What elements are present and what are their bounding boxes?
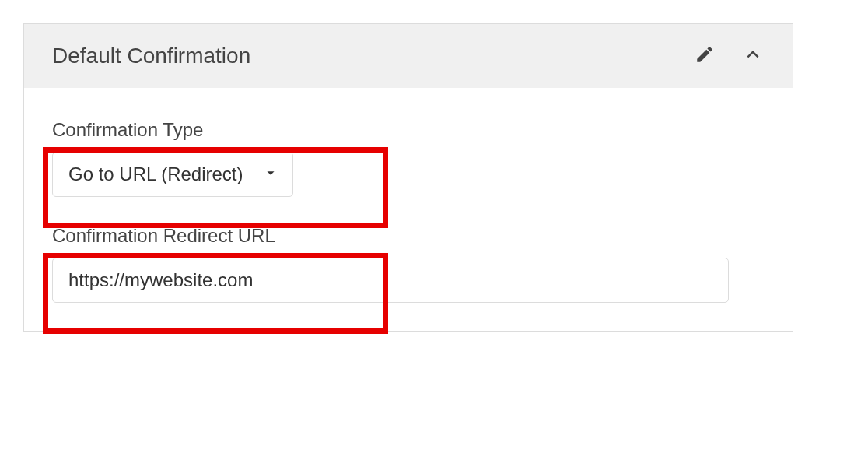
pencil-icon: [695, 44, 715, 68]
panel-body: Confirmation Type Go to URL (Redirect) C…: [24, 88, 793, 331]
confirmation-type-select[interactable]: Go to URL (Redirect): [52, 152, 293, 197]
redirect-url-input[interactable]: [52, 258, 729, 303]
panel-header: Default Confirmation: [24, 24, 793, 88]
confirmation-type-group: Confirmation Type Go to URL (Redirect): [52, 119, 765, 197]
redirect-url-group: Confirmation Redirect URL: [52, 225, 765, 303]
confirmation-type-select-wrap: Go to URL (Redirect): [52, 152, 293, 197]
redirect-url-label: Confirmation Redirect URL: [52, 225, 765, 247]
chevron-up-icon: [741, 43, 765, 69]
confirmation-type-value: Go to URL (Redirect): [68, 163, 243, 185]
edit-button[interactable]: [695, 44, 715, 68]
collapse-button[interactable]: [741, 43, 765, 69]
panel-actions: [695, 43, 765, 69]
panel-title: Default Confirmation: [52, 44, 250, 68]
confirmation-panel: Default Confirmation Confirmation Typ: [23, 23, 793, 332]
confirmation-type-label: Confirmation Type: [52, 119, 765, 141]
